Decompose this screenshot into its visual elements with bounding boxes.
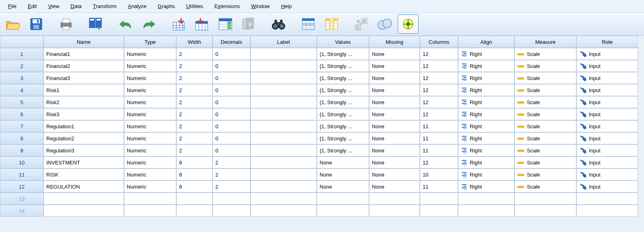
- menu-help[interactable]: Help: [276, 2, 297, 11]
- cell-columns[interactable]: 12: [420, 72, 458, 84]
- insert-variable-button[interactable]: [321, 14, 342, 34]
- cell-align[interactable]: Right: [458, 144, 514, 156]
- column-header-columns[interactable]: Columns: [420, 36, 458, 48]
- cell-type[interactable]: Numeric: [124, 96, 176, 108]
- cell-role[interactable]: Input: [576, 108, 638, 120]
- cell-type[interactable]: Numeric: [124, 120, 176, 132]
- cell-decimals[interactable]: 2: [213, 181, 250, 193]
- cell-name[interactable]: Regulation2: [43, 132, 124, 144]
- cell-values[interactable]: {1, Strongly ...: [317, 108, 369, 120]
- menu-view[interactable]: View: [43, 2, 64, 11]
- column-header-missing[interactable]: Missing: [369, 36, 420, 48]
- cell-measure[interactable]: Scale: [514, 132, 576, 144]
- cell-width[interactable]: 2: [176, 108, 213, 120]
- cell-role[interactable]: Input: [576, 60, 638, 72]
- cell-values[interactable]: {1, Strongly ...: [317, 60, 369, 72]
- cell-type[interactable]: Numeric: [124, 144, 176, 156]
- row-header[interactable]: 12: [0, 181, 43, 193]
- cell-empty[interactable]: [420, 205, 458, 217]
- cell-missing[interactable]: None: [369, 181, 420, 193]
- cell-columns[interactable]: 10: [420, 168, 458, 181]
- cell-empty[interactable]: [124, 193, 176, 205]
- cell-empty[interactable]: [213, 193, 250, 205]
- redo-button[interactable]: [138, 14, 159, 34]
- cell-empty[interactable]: [213, 205, 250, 217]
- cell-width[interactable]: 8: [176, 181, 213, 193]
- cell-values[interactable]: None: [317, 181, 369, 193]
- cell-empty[interactable]: [369, 205, 420, 217]
- cell-empty[interactable]: [458, 193, 514, 205]
- cell-empty[interactable]: [317, 205, 369, 217]
- cell-width[interactable]: 2: [176, 132, 213, 144]
- goto-case-button[interactable]: [168, 14, 189, 34]
- cell-empty[interactable]: [369, 193, 420, 205]
- cell-align[interactable]: Right: [458, 132, 514, 144]
- cell-name[interactable]: RISK: [43, 168, 124, 181]
- cell-role[interactable]: Input: [576, 181, 638, 193]
- cell-missing[interactable]: None: [369, 84, 420, 96]
- cell-type[interactable]: Numeric: [124, 181, 176, 193]
- cell-missing[interactable]: None: [369, 72, 420, 84]
- cell-values[interactable]: {1, Strongly ...: [317, 48, 369, 60]
- cell-decimals[interactable]: 0: [213, 108, 250, 120]
- cell-role[interactable]: Input: [576, 48, 638, 60]
- cell-columns[interactable]: 12: [420, 60, 458, 72]
- cell-empty[interactable]: [514, 193, 576, 205]
- cell-role[interactable]: Input: [576, 72, 638, 84]
- column-header-values[interactable]: Values: [317, 36, 369, 48]
- cell-align[interactable]: Right: [458, 84, 514, 96]
- cell-columns[interactable]: 12: [420, 96, 458, 108]
- cell-name[interactable]: Financial3: [43, 72, 124, 84]
- goto-variable-button[interactable]: [192, 14, 213, 34]
- cell-columns[interactable]: 11: [420, 132, 458, 144]
- cell-align[interactable]: Right: [458, 60, 514, 72]
- cell-columns[interactable]: 12: [420, 84, 458, 96]
- column-header-label[interactable]: Label: [250, 36, 317, 48]
- open-button[interactable]: [2, 14, 23, 34]
- menu-utilities[interactable]: Utilities: [181, 2, 208, 11]
- cell-type[interactable]: Numeric: [124, 168, 176, 181]
- cell-measure[interactable]: Scale: [514, 48, 576, 60]
- column-header-role[interactable]: Role: [576, 36, 638, 48]
- cell-name[interactable]: Risk2: [43, 96, 124, 108]
- menu-window[interactable]: Window: [246, 2, 275, 11]
- cell-align[interactable]: Right: [458, 72, 514, 84]
- cell-values[interactable]: {1, Strongly ...: [317, 84, 369, 96]
- cell-empty[interactable]: [250, 193, 317, 205]
- cell-name[interactable]: INVESTMENT: [43, 156, 124, 168]
- cell-width[interactable]: 2: [176, 144, 213, 156]
- cell-measure[interactable]: Scale: [514, 96, 576, 108]
- row-header[interactable]: 7: [0, 120, 43, 132]
- cell-align[interactable]: Right: [458, 120, 514, 132]
- cell-missing[interactable]: None: [369, 144, 420, 156]
- cell-type[interactable]: Numeric: [124, 156, 176, 168]
- cell-label[interactable]: [250, 181, 317, 193]
- row-header[interactable]: 9: [0, 144, 43, 156]
- cell-label[interactable]: [250, 60, 317, 72]
- column-header-type[interactable]: Type: [124, 36, 176, 48]
- cell-columns[interactable]: 12: [420, 156, 458, 168]
- recall-dialog-button[interactable]: [85, 14, 106, 34]
- cell-decimals[interactable]: 0: [213, 120, 250, 132]
- column-header-width[interactable]: Width: [176, 36, 213, 48]
- cell-values[interactable]: {1, Strongly ...: [317, 144, 369, 156]
- cell-columns[interactable]: 11: [420, 120, 458, 132]
- cell-values[interactable]: {1, Strongly ...: [317, 96, 369, 108]
- row-header[interactable]: 2: [0, 60, 43, 72]
- cell-name[interactable]: Risk3: [43, 108, 124, 120]
- cell-missing[interactable]: None: [369, 48, 420, 60]
- row-header[interactable]: 11: [0, 168, 43, 181]
- row-header[interactable]: 5: [0, 96, 43, 108]
- cell-missing[interactable]: None: [369, 60, 420, 72]
- cell-label[interactable]: [250, 72, 317, 84]
- row-header[interactable]: 4: [0, 84, 43, 96]
- row-header-empty[interactable]: 13: [0, 193, 43, 205]
- print-button[interactable]: [56, 14, 76, 34]
- cell-role[interactable]: Input: [576, 168, 638, 181]
- row-header[interactable]: 8: [0, 132, 43, 144]
- select-cases-button[interactable]: [398, 14, 419, 34]
- cell-values[interactable]: {1, Strongly ...: [317, 72, 369, 84]
- cell-empty[interactable]: [43, 205, 124, 217]
- cell-values[interactable]: {1, Strongly ...: [317, 120, 369, 132]
- menu-file[interactable]: File: [3, 2, 21, 11]
